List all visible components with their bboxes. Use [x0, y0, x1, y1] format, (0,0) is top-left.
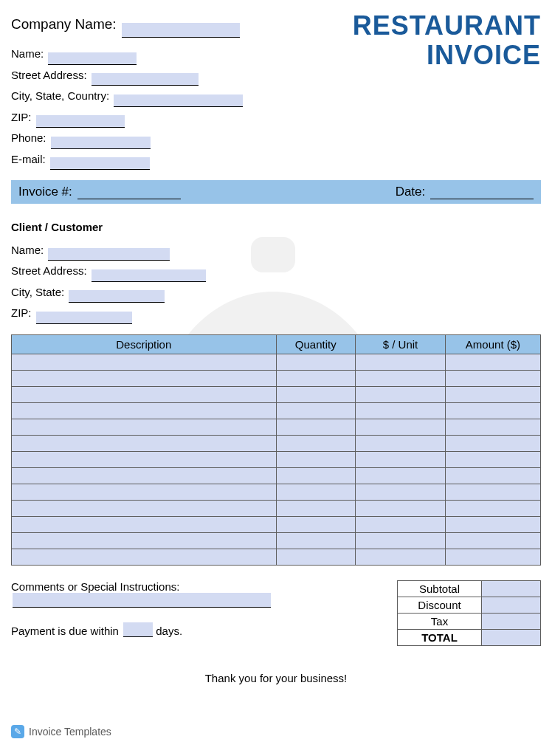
- table-cell[interactable]: [445, 386, 540, 402]
- table-cell[interactable]: [12, 354, 277, 370]
- table-row: [12, 451, 541, 467]
- client-zip-field[interactable]: [36, 312, 132, 324]
- table-cell[interactable]: [276, 484, 356, 500]
- table-cell[interactable]: [276, 500, 356, 516]
- table-cell[interactable]: [276, 354, 356, 370]
- table-cell[interactable]: [276, 532, 356, 549]
- table-cell[interactable]: [445, 354, 540, 370]
- table-cell[interactable]: [445, 467, 540, 484]
- discount-value[interactable]: [482, 597, 541, 613]
- invoice-date-label: Date:: [396, 185, 426, 199]
- company-phone-label: Phone:: [11, 128, 46, 149]
- invoice-title: RESTAURANT INVOICE: [353, 11, 541, 170]
- table-cell[interactable]: [356, 500, 446, 516]
- table-cell[interactable]: [12, 467, 277, 484]
- table-cell[interactable]: [356, 516, 446, 532]
- table-row: [12, 549, 541, 565]
- table-cell[interactable]: [445, 532, 540, 549]
- table-cell[interactable]: [12, 484, 277, 500]
- table-cell[interactable]: [12, 500, 277, 516]
- invoice-date-field[interactable]: [430, 186, 534, 199]
- table-cell[interactable]: [356, 549, 446, 565]
- table-cell[interactable]: [356, 419, 446, 435]
- table-cell[interactable]: [356, 402, 446, 419]
- table-cell[interactable]: [445, 484, 540, 500]
- col-description: Description: [12, 334, 277, 354]
- company-phone-field[interactable]: [51, 137, 151, 149]
- table-cell[interactable]: [12, 435, 277, 451]
- company-zip-label: ZIP:: [11, 107, 32, 128]
- invoice-number-field[interactable]: [77, 186, 181, 199]
- payment-days-field[interactable]: [123, 622, 153, 637]
- client-name-label: Name:: [11, 240, 44, 261]
- col-amount: Amount ($): [445, 334, 540, 354]
- client-street-label: Street Address:: [11, 261, 87, 282]
- table-cell[interactable]: [276, 370, 356, 386]
- table-row: [12, 467, 541, 484]
- table-cell[interactable]: [276, 467, 356, 484]
- table-row: [12, 532, 541, 549]
- comments-label: Comments or Special Instructions:: [11, 580, 382, 593]
- table-cell[interactable]: [12, 402, 277, 419]
- table-cell[interactable]: [356, 386, 446, 402]
- table-cell[interactable]: [445, 516, 540, 532]
- table-cell[interactable]: [445, 500, 540, 516]
- table-cell[interactable]: [356, 532, 446, 549]
- comments-field[interactable]: [13, 593, 271, 608]
- table-cell[interactable]: [12, 370, 277, 386]
- table-cell[interactable]: [276, 402, 356, 419]
- client-street-field[interactable]: [92, 269, 206, 282]
- subtotal-label: Subtotal: [398, 580, 482, 597]
- col-unit: $ / Unit: [356, 334, 446, 354]
- table-cell[interactable]: [12, 386, 277, 402]
- table-cell[interactable]: [276, 451, 356, 467]
- table-cell[interactable]: [276, 435, 356, 451]
- company-email-field[interactable]: [50, 157, 150, 170]
- company-name-field[interactable]: [122, 23, 240, 38]
- subtotal-value[interactable]: [482, 580, 541, 597]
- table-cell[interactable]: [12, 516, 277, 532]
- table-cell[interactable]: [12, 451, 277, 467]
- col-quantity: Quantity: [276, 334, 356, 354]
- table-cell[interactable]: [445, 370, 540, 386]
- table-cell[interactable]: [276, 386, 356, 402]
- table-cell[interactable]: [356, 467, 446, 484]
- table-row: [12, 484, 541, 500]
- table-cell[interactable]: [445, 451, 540, 467]
- table-row: [12, 402, 541, 419]
- table-cell[interactable]: [12, 549, 277, 565]
- tax-label: Tax: [398, 613, 482, 629]
- table-cell[interactable]: [276, 549, 356, 565]
- table-cell[interactable]: [445, 419, 540, 435]
- table-cell[interactable]: [356, 435, 446, 451]
- table-cell[interactable]: [276, 516, 356, 532]
- totals-table: Subtotal Discount Tax TOTAL: [397, 580, 541, 646]
- tax-value[interactable]: [482, 613, 541, 629]
- table-cell[interactable]: [276, 419, 356, 435]
- table-cell[interactable]: [445, 549, 540, 565]
- invoice-number-label: Invoice #:: [18, 185, 72, 199]
- table-cell[interactable]: [12, 419, 277, 435]
- company-citystatecountry-field[interactable]: [114, 94, 243, 107]
- company-street-label: Street Address:: [11, 65, 87, 86]
- table-cell[interactable]: [356, 354, 446, 370]
- table-cell[interactable]: [12, 532, 277, 549]
- thank-you: Thank you for your business!: [11, 672, 541, 684]
- payment-prefix: Payment is due within: [11, 625, 119, 637]
- company-street-field[interactable]: [92, 73, 199, 86]
- client-citystate-field[interactable]: [69, 290, 165, 303]
- payment-suffix: days.: [156, 625, 182, 637]
- total-value[interactable]: [482, 629, 541, 645]
- table-cell[interactable]: [356, 451, 446, 467]
- client-name-field[interactable]: [48, 248, 170, 261]
- table-row: [12, 419, 541, 435]
- invoice-bar: Invoice #: Date:: [11, 180, 541, 204]
- company-zip-field[interactable]: [36, 115, 125, 128]
- table-cell[interactable]: [445, 402, 540, 419]
- footer: ✎ Invoice Templates: [11, 725, 541, 738]
- company-person-name-field[interactable]: [48, 52, 137, 65]
- table-cell[interactable]: [356, 484, 446, 500]
- table-cell[interactable]: [356, 370, 446, 386]
- table-row: [12, 386, 541, 402]
- table-cell[interactable]: [445, 435, 540, 451]
